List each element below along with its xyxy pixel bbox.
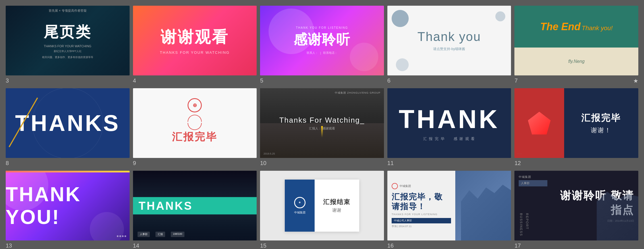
- slide6-dot2: [495, 11, 505, 21]
- slide14-badge1: 人事部: [138, 232, 150, 237]
- slide14-number: 14: [133, 242, 139, 249]
- slide11-number: 11: [387, 159, 394, 167]
- slide-item-14[interactable]: THANKS 人事部 汇报 198/100 14: [133, 171, 257, 249]
- slide-thumb-10[interactable]: 中城集团 ZHONGLV/ENG GROUP Thanks For Watchi…: [260, 88, 384, 158]
- slide17-toplabel: 中城集团: [519, 175, 547, 179]
- slide11-subrow: 汇 报 完 毕 感 谢 观 看: [423, 136, 475, 141]
- slide12-number-row: 12: [514, 159, 638, 167]
- slide13-main: THANK YOU!: [6, 183, 130, 229]
- slide9-dots: · · · · · · · · · · · ·: [174, 146, 215, 148]
- slide14-bar: THANKS: [133, 197, 257, 214]
- slide17-sidetext1: BUSSINESS: [519, 213, 523, 236]
- slide17-number-row: 17: [514, 242, 638, 249]
- slide7-end: The End: [540, 21, 581, 33]
- slide-item-12[interactable]: · · · · 汇报完毕 谢谢！ 12: [514, 88, 638, 167]
- slide6-number-row: 6: [387, 77, 511, 85]
- slide14-badge3: 198/100: [171, 232, 185, 237]
- slide9-number: 9: [133, 159, 136, 167]
- slide10-date: 2019.5.25: [263, 152, 275, 155]
- slide17-number: 17: [514, 242, 521, 249]
- slide-item-16[interactable]: 中城集团 汇报完毕，敬请指导！ THANKS FOR YOUR LISTENIN…: [387, 171, 511, 249]
- slide12-crystal: [528, 112, 551, 135]
- slide-item-6[interactable]: Thank you 请点赞支持-by喵咪酱 6: [387, 6, 511, 85]
- slide-thumb-7[interactable]: The End Thank you! fly.Neng: [514, 6, 638, 75]
- slide-thumb-4[interactable]: 谢谢观看 THANKS FOR YOUR WATCHING: [133, 6, 257, 75]
- slide-grid: 首先展 × 专项提高作者答疑 尾页类 THANKS FOR YOUR WATCH…: [3, 3, 641, 249]
- slide10-sub: 汇报人： 感谢观看: [309, 126, 335, 131]
- slide13-bottomdots: [117, 235, 126, 237]
- slide9-number-row: 9: [133, 159, 257, 167]
- slide-thumb-14[interactable]: THANKS 人事部 汇报 198/100: [133, 171, 257, 240]
- slide10-number-row: 10: [260, 159, 384, 167]
- slide-thumb-12[interactable]: · · · · 汇报完毕 谢谢！: [514, 88, 638, 158]
- slide3-number-row: 3: [6, 77, 130, 85]
- slide16-main: 汇报完毕，敬请指导！: [392, 192, 451, 211]
- slide10-number: 10: [260, 159, 266, 167]
- slide-item-9[interactable]: ⊕ 汇报完毕 · · · · · · · · · · · · 9: [133, 88, 257, 167]
- slide3-detail: 新纪元华人大学PPT人社: [54, 50, 82, 53]
- slide-thumb-3[interactable]: 首先展 × 专项提高作者答疑 尾页类 THANKS FOR YOUR WATCH…: [6, 6, 130, 75]
- slide-thumb-9[interactable]: ⊕ 汇报完毕 · · · · · · · · · · · ·: [133, 88, 257, 158]
- slide-thumb-17[interactable]: 中城集团 人事部 BUSSINESS REPORT 谢谢聆听 敬请指点 日期：2…: [514, 171, 638, 240]
- slide7-number: 7: [514, 77, 518, 85]
- slide-item-13[interactable]: THANK YOU! 13: [6, 171, 130, 249]
- slide4-number: 4: [133, 77, 136, 85]
- slide6-dot3: [396, 58, 409, 71]
- slide17-sidetext2: REPORT: [525, 213, 529, 236]
- slide5-number-row: 5: [260, 77, 384, 85]
- slide6-sub: 请点赞支持-by喵咪酱: [433, 47, 465, 52]
- slide17-right: 谢谢聆听 敬请指点 日期：2014年11月13日: [552, 171, 638, 240]
- slide16-date: 李旭 | 2014.07.11: [392, 225, 451, 228]
- slide-item-10[interactable]: 中城集团 ZHONGLV/ENG GROUP Thanks For Watchi…: [260, 88, 384, 167]
- slide9-logo: ⊕: [188, 98, 202, 112]
- slide7-logo: fly.Neng: [568, 59, 585, 64]
- slide-thumb-5[interactable]: THANK YOU FOR LISTENING 感谢聆听 联系人： | 联系电话…: [260, 6, 384, 75]
- slide14-bottominfo: 人事部 汇报 198/100: [138, 232, 185, 237]
- slide-item-15[interactable]: ⊕ 中城集团 汇报结束 谢谢 15: [260, 171, 384, 249]
- slide17-left: 中城集团 人事部 BUSSINESS REPORT: [514, 171, 552, 240]
- slide16-sub: THANKS FOR YOUR LISTENING: [392, 213, 451, 216]
- slide4-sub: THANKS FOR YOUR WATCHING: [160, 50, 230, 55]
- slide12-left: · · · ·: [514, 88, 564, 158]
- slide-thumb-8[interactable]: THANKS: [6, 88, 130, 158]
- slide5-circle1: [269, 9, 314, 54]
- slide17-dept: 人事部: [519, 180, 547, 186]
- slide17-sidetext: BUSSINESS REPORT: [519, 213, 547, 236]
- slide16-logo: [392, 183, 398, 189]
- slide3-number: 3: [6, 77, 9, 85]
- slide7-thank: Thank you!: [582, 24, 613, 32]
- slide13-topbar: [6, 171, 130, 172]
- slide16-number-row: 16: [387, 242, 511, 249]
- slide16-left: 中城集团 汇报完毕，敬请指导！ THANKS FOR YOUR LISTENIN…: [387, 171, 456, 240]
- slide16-topbar: 中城集团: [392, 183, 451, 189]
- slide8-number: 8: [6, 159, 9, 167]
- slide15-number: 15: [260, 242, 266, 249]
- slide-item-5[interactable]: THANK YOU FOR LISTENING 感谢聆听 联系人： | 联系电话…: [260, 6, 384, 85]
- slide-thumb-6[interactable]: Thank you 请点赞支持-by喵咪酱: [387, 6, 511, 75]
- slide-thumb-15[interactable]: ⊕ 中城集团 汇报结束 谢谢: [260, 171, 384, 240]
- slide-item-8[interactable]: THANKS 8: [6, 88, 130, 167]
- slide5-circle2: [350, 43, 378, 71]
- slide4-main: 谢谢观看: [161, 26, 229, 48]
- slide-item-7[interactable]: The End Thank you! fly.Neng 7 ★: [514, 6, 638, 85]
- slide14-badge2: 汇报: [155, 232, 165, 237]
- slide12-number: 12: [514, 159, 521, 167]
- slide16-right: [455, 171, 511, 240]
- slide-thumb-13[interactable]: THANK YOU!: [6, 171, 130, 240]
- slide15-left: ⊕ 中城集团: [285, 180, 315, 232]
- slide11-main: THANK: [399, 105, 500, 134]
- slide15-main: 汇报结束: [323, 198, 350, 206]
- slide3-main: 尾页类: [44, 22, 92, 42]
- slide-item-11[interactable]: THANK 汇 报 完 毕 感 谢 观 看 11: [387, 88, 511, 167]
- slide-thumb-16[interactable]: 中城集团 汇报完毕，敬请指导！ THANKS FOR YOUR LISTENIN…: [387, 171, 511, 240]
- slide4-number-row: 4: [133, 77, 257, 85]
- slide15-card: ⊕ 中城集团 汇报结束 谢谢: [285, 180, 359, 232]
- slide-item-3[interactable]: 首先展 × 专项提高作者答疑 尾页类 THANKS FOR YOUR WATCH…: [6, 6, 130, 85]
- slide3-detail2: 相关问题、更多创作、更多有价值的资源等等: [42, 55, 93, 59]
- slide6-number: 6: [387, 77, 390, 85]
- slide10-main: Thanks For Watching_: [279, 116, 365, 125]
- slide-thumb-11[interactable]: THANK 汇 报 完 毕 感 谢 观 看: [387, 88, 511, 158]
- slide12-dots: · · · ·: [517, 153, 522, 155]
- slide-item-17[interactable]: 中城集团 人事部 BUSSINESS REPORT 谢谢聆听 敬请指点 日期：2…: [514, 171, 638, 249]
- slide-item-4[interactable]: 谢谢观看 THANKS FOR YOUR WATCHING 4: [133, 6, 257, 85]
